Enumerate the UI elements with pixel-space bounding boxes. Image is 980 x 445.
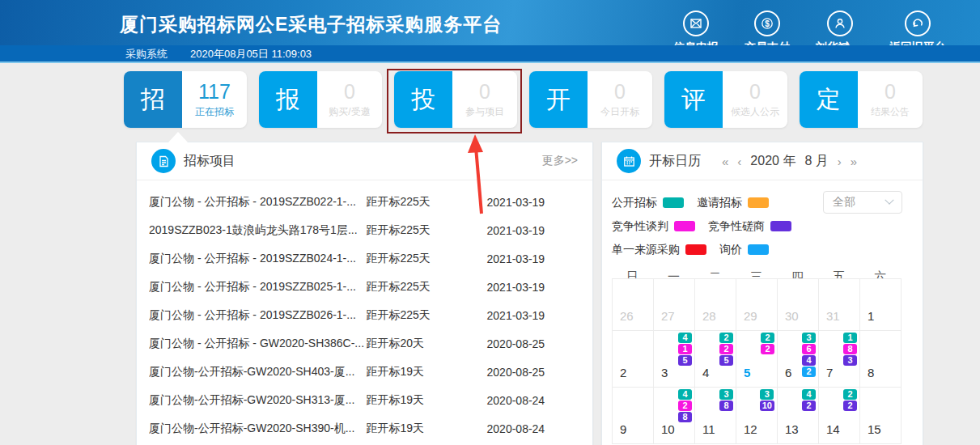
day-number: 11 <box>702 422 715 436</box>
calendar-day-12[interactable]: 12310 <box>736 388 778 444</box>
legend-item: 单一来源采购 <box>612 243 706 257</box>
prev-month-button[interactable]: ‹ <box>737 155 741 168</box>
table-row[interactable]: 厦门公物 - 公开招标 - 2019SZZB022-1-...距开标225天20… <box>137 188 592 216</box>
event-count-badge: 3 <box>760 389 774 400</box>
month-unit: 月 <box>816 154 829 167</box>
stat-card-评[interactable]: 评0候选人公示 <box>664 71 787 128</box>
event-count-badge: 8 <box>843 344 857 354</box>
project-name: 厦门公物-公开招标-GW2020-SH390-机... <box>149 422 366 436</box>
legend-item: 竞争性磋商 <box>708 219 791 234</box>
svg-text:$: $ <box>765 19 770 28</box>
project-list: 厦门公物 - 公开招标 - 2019SZZB022-1-...距开标225天20… <box>137 180 592 443</box>
stat-body: 0结果公告 <box>858 71 923 128</box>
project-date: 2021-03-19 <box>487 224 563 237</box>
project-date: 2021-03-19 <box>487 281 563 294</box>
legend-swatch <box>748 244 769 255</box>
event-count-badge: 8 <box>678 412 692 422</box>
filter-value: 全部 <box>833 195 855 210</box>
day-badges: 42 <box>802 389 816 411</box>
legend-label: 单一来源采购 <box>612 243 680 257</box>
more-link[interactable]: 更多>> <box>542 154 578 168</box>
system-label: 采购系统 <box>125 47 168 61</box>
legend-swatch <box>674 221 695 231</box>
stat-body: 0候选人公示 <box>723 71 787 128</box>
stat-value: 0 <box>885 80 896 104</box>
header-sub-strip: 采购系统 2020年08月05日 11:09:03 <box>0 45 980 63</box>
calendar-day-14[interactable]: 1422 <box>819 388 860 444</box>
table-row[interactable]: 2019SZZB023-1鼓浪屿龙头路178号1层...距开标225天2021-… <box>137 216 592 244</box>
day-number: 6 <box>785 366 791 379</box>
day-number: 26 <box>620 309 634 323</box>
calendar-day-26[interactable]: 26 <box>613 279 654 331</box>
table-row[interactable]: 厦门公物-公开招标-GW2020-SH390-机...距开标19天2020-08… <box>137 414 592 443</box>
stat-body: 117正在招标 <box>182 71 247 128</box>
next-month-button[interactable]: › <box>838 155 842 168</box>
day-badges: 225 <box>719 333 733 366</box>
day-badges: 415 <box>678 333 692 366</box>
project-countdown: 距开标19天 <box>366 365 486 379</box>
legend-item: 邀请招标 <box>697 196 769 210</box>
prev-year-button[interactable]: « <box>722 155 728 168</box>
stat-card-招[interactable]: 招117正在招标 <box>124 71 247 128</box>
calendar-day-9[interactable]: 9 <box>613 388 654 444</box>
stats-row: 招117正在招标报0购买/受邀投0参与项目开0今日开标评0候选人公示定0结果公告 <box>124 71 923 128</box>
calendar-day-1[interactable]: 1 <box>860 279 902 331</box>
calendar-day-7[interactable]: 7183 <box>819 331 860 388</box>
calendar-day-15[interactable]: 15 <box>860 388 902 444</box>
calendar-day-2[interactable]: 2 <box>613 331 654 388</box>
calendar-day-28[interactable]: 28 <box>695 279 736 331</box>
stat-value: 0 <box>479 80 490 104</box>
table-row[interactable]: 厦门公物 - 公开招标 - 2019SZZB026-1-...距开标225天20… <box>137 301 592 329</box>
event-count-badge: 4 <box>802 389 816 400</box>
calendar-day-8[interactable]: 8 <box>860 331 902 388</box>
calendar-day-3[interactable]: 3415 <box>654 331 695 388</box>
app-header: 厦门采购招标网公E采电子招标采购服务平台 信息申报 $ 交易支付 <box>0 0 980 63</box>
project-countdown: 距开标225天 <box>366 195 486 210</box>
stat-body: 0参与项目 <box>452 71 517 128</box>
stat-key: 评 <box>664 71 723 128</box>
table-row[interactable]: 厦门公物 - 公开招标 - 2019SZZB025-1-...距开标225天20… <box>137 273 592 301</box>
calendar-filter-select[interactable]: 全部 <box>823 191 902 214</box>
stat-card-报[interactable]: 报0购买/受邀 <box>259 71 382 128</box>
event-count-badge: 1 <box>678 344 692 354</box>
table-row[interactable]: 厦门公物-公开招标-GW2020-SH403-厦...距开标19天2020-08… <box>137 358 592 386</box>
project-name: 厦门公物 - 公开招标 - 2019SZZB025-1-... <box>149 280 366 295</box>
calendar-day-4[interactable]: 4225 <box>695 331 736 388</box>
calendar-day-11[interactable]: 1138 <box>695 388 736 444</box>
stat-card-开[interactable]: 开0今日开标 <box>529 71 652 128</box>
table-row[interactable]: 厦门公物 - 公开招标 - 2019SZZB024-1-...距开标225天20… <box>137 244 592 273</box>
stat-label: 购买/受邀 <box>329 105 370 119</box>
day-number: 14 <box>826 422 840 436</box>
event-count-badge: 5 <box>719 355 733 366</box>
calendar-panel-header: 开标日历 « ‹ 2020 年 8 月 › » <box>602 142 923 180</box>
calendar-day-10[interactable]: 10428 <box>654 388 695 444</box>
calendar-day-27[interactable]: 27 <box>654 279 695 331</box>
stat-card-投[interactable]: 投0参与项目 <box>394 71 517 128</box>
next-year-button[interactable]: » <box>851 155 857 168</box>
stat-body: 0购买/受邀 <box>317 71 382 128</box>
stat-card-定[interactable]: 定0结果公告 <box>800 71 923 128</box>
calendar-day-5[interactable]: 522 <box>736 331 778 388</box>
project-countdown: 距开标20天 <box>366 337 486 351</box>
project-countdown: 距开标225天 <box>366 280 486 295</box>
legend-label: 公开招标 <box>612 196 657 210</box>
stat-key: 报 <box>259 71 317 128</box>
legend-label: 竞争性谈判 <box>612 219 668 234</box>
day-badges: 183 <box>843 333 857 366</box>
event-count-badge: 8 <box>719 400 733 411</box>
day-number: 4 <box>702 366 709 379</box>
table-row[interactable]: 厦门公物-公开招标-GW2020-SH313-厦...距开标19天2020-08… <box>137 386 592 414</box>
calendar-day-31[interactable]: 31 <box>819 279 860 331</box>
stat-key: 招 <box>124 71 182 128</box>
project-name: 厦门公物 - 公开招标 - 2019SZZB022-1-... <box>149 195 366 210</box>
calendar-day-6[interactable]: 63642 <box>778 331 819 388</box>
day-number: 9 <box>620 422 626 436</box>
calendar-day-13[interactable]: 1342 <box>778 388 819 444</box>
event-count-badge: 2 <box>678 400 692 411</box>
calendar-day-29[interactable]: 29 <box>736 279 778 331</box>
table-row[interactable]: 厦门公物 - 公开招标 - GW2020-SH386C-...距开标20天202… <box>137 329 592 358</box>
user-icon <box>827 11 853 36</box>
calendar-day-30[interactable]: 30 <box>778 279 819 331</box>
stat-label: 今日开标 <box>600 105 639 119</box>
project-date: 2021-03-19 <box>487 252 563 265</box>
